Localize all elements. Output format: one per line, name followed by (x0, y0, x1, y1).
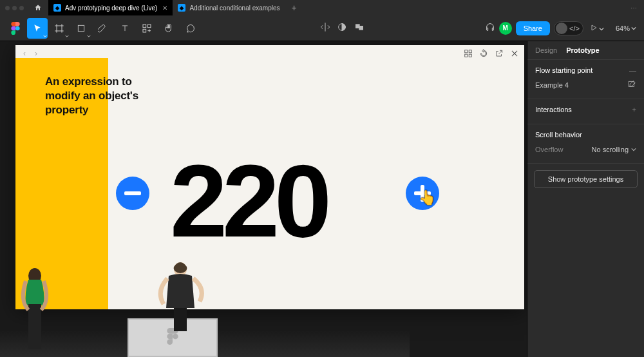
presenter-person (155, 260, 206, 331)
figma-file-icon: ◆ (53, 4, 61, 12)
open-external-icon[interactable] (495, 49, 504, 58)
overflow-label: Overflow (535, 146, 563, 153)
options-icon[interactable] (464, 49, 473, 58)
resources-icon (142, 23, 152, 34)
add-interaction-icon[interactable]: + (632, 106, 636, 113)
properties-panel: Design Prototype Flow starting point — E… (527, 41, 644, 357)
shape-tool[interactable] (71, 18, 91, 39)
resources-tool[interactable] (137, 18, 157, 39)
restart-icon[interactable] (479, 49, 488, 58)
decrement-button[interactable] (116, 177, 149, 210)
rectangle-icon (77, 24, 86, 33)
chevron-down-icon (65, 34, 69, 38)
frame-tool[interactable] (49, 18, 70, 39)
chevron-down-icon (87, 34, 91, 38)
figma-file-icon: ◆ (178, 4, 185, 12)
forward-icon[interactable]: › (35, 49, 37, 58)
overflow-select[interactable]: No scrolling (592, 146, 636, 153)
new-tab-button[interactable]: + (285, 3, 303, 13)
pen-tool[interactable] (93, 18, 113, 39)
zoom-value: 64% (616, 24, 630, 32)
chevron-down-icon (599, 23, 604, 34)
move-tool[interactable] (27, 18, 48, 39)
file-tab-label: Additional conditional examples (189, 5, 279, 12)
flow-name[interactable]: Example 4 (535, 81, 569, 89)
text-tool[interactable] (115, 18, 135, 39)
code-icon: </> (569, 24, 580, 32)
svg-rect-10 (465, 54, 468, 57)
home-icon (34, 4, 42, 12)
svg-point-0 (15, 26, 20, 30)
frame-icon (54, 23, 64, 34)
prototype-tab[interactable]: Prototype (566, 46, 599, 54)
align-icon[interactable] (320, 22, 330, 35)
chevron-down-icon (631, 147, 636, 152)
figma-logo-icon (11, 22, 20, 35)
canvas[interactable]: ‹ › An expression to modify an object's … (0, 41, 527, 357)
svg-rect-8 (465, 50, 468, 53)
hand-tool[interactable] (158, 18, 179, 39)
pointer-cursor-icon: 👆 (419, 189, 436, 206)
preview-nav: ‹ › (23, 49, 37, 58)
more-icon[interactable]: ⋯ (630, 5, 644, 12)
headphones-icon[interactable] (485, 22, 495, 35)
svg-rect-11 (469, 54, 471, 57)
text-icon (120, 24, 129, 33)
dev-mode-toggle[interactable]: </> (554, 21, 583, 35)
zoom-control[interactable]: 64% (611, 24, 639, 32)
contrast-icon[interactable] (337, 22, 347, 35)
file-tab-inactive[interactable]: ◆ Additional conditional examples (173, 0, 285, 15)
svg-rect-16 (174, 308, 187, 331)
svg-rect-1 (78, 25, 84, 31)
home-button[interactable] (28, 4, 48, 12)
chevron-down-icon (631, 24, 636, 32)
file-tab-active[interactable]: ◆ Adv prototyping deep dive (Live) ✕ (48, 0, 173, 15)
back-icon[interactable]: ‹ (23, 49, 26, 58)
hand-icon (164, 23, 174, 34)
comment-tool[interactable] (180, 18, 201, 39)
close-icon[interactable]: ✕ (162, 5, 167, 12)
svg-rect-4 (143, 29, 146, 32)
show-prototype-settings-button[interactable]: Show prototype settings (534, 170, 638, 188)
toggle-knob (556, 23, 567, 34)
chevron-down-icon (43, 34, 47, 38)
slide-title: An expression to modify an object's prop… (45, 75, 155, 117)
file-tab-label: Adv prototyping deep dive (Live) (65, 5, 157, 12)
main-menu-button[interactable] (5, 18, 26, 39)
scroll-heading: Scroll behavior (535, 131, 582, 139)
interactions-heading: Interactions (535, 106, 572, 113)
share-button[interactable]: Share (516, 21, 550, 35)
presenter-person (17, 267, 53, 357)
svg-rect-14 (28, 304, 41, 349)
comment-icon (185, 23, 196, 34)
edit-icon[interactable] (627, 80, 636, 90)
flow-section-heading: Flow starting point (535, 66, 592, 74)
minus-icon (124, 191, 141, 195)
prototype-preview-window: ‹ › An expression to modify an object's … (15, 45, 524, 309)
svg-rect-2 (143, 24, 146, 28)
mask-icon[interactable] (354, 22, 365, 35)
svg-rect-9 (469, 50, 471, 53)
close-preview-icon[interactable] (510, 49, 519, 58)
remove-flow-icon[interactable]: — (629, 66, 636, 74)
window-tab-bar: ◆ Adv prototyping deep dive (Live) ✕ ◆ A… (0, 0, 644, 15)
counter-value: 220 (170, 142, 327, 260)
pen-icon (98, 23, 108, 34)
window-traffic-lights (3, 6, 28, 10)
user-avatar[interactable]: M (499, 22, 512, 35)
svg-point-12 (173, 334, 178, 340)
design-tab[interactable]: Design (535, 46, 557, 54)
svg-rect-3 (147, 24, 151, 28)
svg-rect-7 (359, 26, 364, 30)
cursor-icon (33, 24, 42, 33)
svg-rect-17 (629, 81, 634, 86)
toolbar: M Share </> 64% (0, 15, 644, 41)
present-button[interactable] (587, 23, 607, 34)
play-icon (590, 23, 598, 34)
